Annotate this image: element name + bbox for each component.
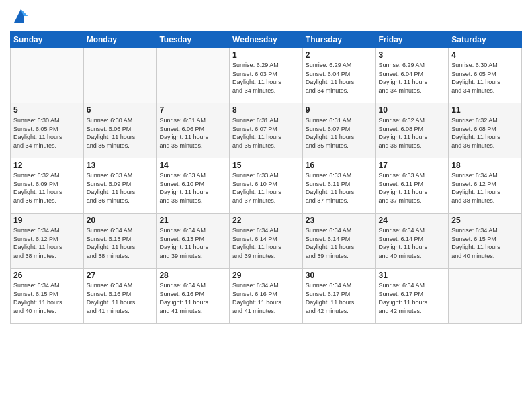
calendar-cell: 25Sunrise: 6:34 AM Sunset: 6:15 PM Dayli… <box>449 214 522 269</box>
calendar-cell: 4Sunrise: 6:30 AM Sunset: 6:05 PM Daylig… <box>449 48 522 103</box>
day-info: Sunrise: 6:33 AM Sunset: 6:11 PM Dayligh… <box>306 171 373 205</box>
calendar-cell: 18Sunrise: 6:34 AM Sunset: 6:12 PM Dayli… <box>449 158 522 214</box>
weekday-header-tuesday: Tuesday <box>157 32 230 48</box>
day-info: Sunrise: 6:30 AM Sunset: 6:05 PM Dayligh… <box>13 116 81 150</box>
calendar-table: SundayMondayTuesdayWednesdayThursdayFrid… <box>10 31 522 324</box>
day-info: Sunrise: 6:34 AM Sunset: 6:16 PM Dayligh… <box>159 281 226 315</box>
calendar-week-row: 19Sunrise: 6:34 AM Sunset: 6:12 PM Dayli… <box>11 214 522 269</box>
day-number: 18 <box>451 161 519 170</box>
calendar-cell: 15Sunrise: 6:33 AM Sunset: 6:10 PM Dayli… <box>230 158 303 214</box>
day-number: 26 <box>13 271 81 280</box>
calendar-week-row: 1Sunrise: 6:29 AM Sunset: 6:03 PM Daylig… <box>11 48 522 103</box>
calendar-cell: 22Sunrise: 6:34 AM Sunset: 6:14 PM Dayli… <box>230 214 303 269</box>
day-info: Sunrise: 6:32 AM Sunset: 6:08 PM Dayligh… <box>451 116 519 150</box>
day-number: 2 <box>306 50 373 60</box>
day-info: Sunrise: 6:33 AM Sunset: 6:11 PM Dayligh… <box>379 171 446 205</box>
day-number: 10 <box>379 105 446 115</box>
day-info: Sunrise: 6:34 AM Sunset: 6:15 PM Dayligh… <box>13 281 81 315</box>
logo-icon <box>11 7 30 26</box>
day-number: 11 <box>451 105 519 115</box>
day-info: Sunrise: 6:34 AM Sunset: 6:14 PM Dayligh… <box>232 226 300 260</box>
day-info: Sunrise: 6:29 AM Sunset: 6:04 PM Dayligh… <box>379 61 446 95</box>
day-number: 3 <box>379 50 446 60</box>
calendar-cell: 3Sunrise: 6:29 AM Sunset: 6:04 PM Daylig… <box>375 48 449 103</box>
day-number: 21 <box>159 216 226 225</box>
day-info: Sunrise: 6:33 AM Sunset: 6:10 PM Dayligh… <box>232 171 300 205</box>
calendar-cell: 17Sunrise: 6:33 AM Sunset: 6:11 PM Dayli… <box>375 158 449 214</box>
day-number: 30 <box>306 271 373 280</box>
day-info: Sunrise: 6:34 AM Sunset: 6:16 PM Dayligh… <box>232 281 300 315</box>
day-number: 1 <box>232 50 300 60</box>
day-number: 7 <box>159 105 226 115</box>
calendar-cell: 16Sunrise: 6:33 AM Sunset: 6:11 PM Dayli… <box>302 158 375 214</box>
day-number: 15 <box>232 161 300 170</box>
weekday-header-row: SundayMondayTuesdayWednesdayThursdayFrid… <box>11 32 522 48</box>
day-info: Sunrise: 6:29 AM Sunset: 6:03 PM Dayligh… <box>232 61 300 95</box>
day-info: Sunrise: 6:34 AM Sunset: 6:12 PM Dayligh… <box>451 171 519 205</box>
calendar-cell: 30Sunrise: 6:34 AM Sunset: 6:17 PM Dayli… <box>302 269 375 324</box>
calendar-cell: 10Sunrise: 6:32 AM Sunset: 6:08 PM Dayli… <box>375 103 449 158</box>
day-info: Sunrise: 6:34 AM Sunset: 6:15 PM Dayligh… <box>451 226 519 260</box>
day-number: 9 <box>306 105 373 115</box>
day-number: 27 <box>87 271 154 280</box>
day-info: Sunrise: 6:31 AM Sunset: 6:07 PM Dayligh… <box>232 116 300 150</box>
day-info: Sunrise: 6:32 AM Sunset: 6:08 PM Dayligh… <box>379 116 446 150</box>
day-info: Sunrise: 6:32 AM Sunset: 6:09 PM Dayligh… <box>13 171 81 205</box>
day-info: Sunrise: 6:30 AM Sunset: 6:05 PM Dayligh… <box>451 61 519 95</box>
calendar-cell <box>11 48 84 103</box>
calendar-cell: 23Sunrise: 6:34 AM Sunset: 6:14 PM Dayli… <box>302 214 375 269</box>
weekday-header-wednesday: Wednesday <box>230 32 303 48</box>
calendar-cell: 21Sunrise: 6:34 AM Sunset: 6:13 PM Dayli… <box>157 214 230 269</box>
day-info: Sunrise: 6:31 AM Sunset: 6:06 PM Dayligh… <box>159 116 226 150</box>
day-number: 31 <box>379 271 446 280</box>
day-number: 4 <box>451 50 519 60</box>
calendar-cell: 13Sunrise: 6:33 AM Sunset: 6:09 PM Dayli… <box>83 158 157 214</box>
day-number: 28 <box>159 271 226 280</box>
weekday-header-sunday: Sunday <box>11 32 84 48</box>
calendar-cell: 8Sunrise: 6:31 AM Sunset: 6:07 PM Daylig… <box>230 103 303 158</box>
day-info: Sunrise: 6:34 AM Sunset: 6:16 PM Dayligh… <box>87 281 154 315</box>
calendar-cell <box>83 48 157 103</box>
logo <box>10 7 30 26</box>
calendar-cell: 1Sunrise: 6:29 AM Sunset: 6:03 PM Daylig… <box>230 48 303 103</box>
day-number: 12 <box>13 161 81 170</box>
calendar-week-row: 26Sunrise: 6:34 AM Sunset: 6:15 PM Dayli… <box>11 269 522 324</box>
weekday-header-saturday: Saturday <box>449 32 522 48</box>
day-info: Sunrise: 6:29 AM Sunset: 6:04 PM Dayligh… <box>306 61 373 95</box>
calendar-cell: 20Sunrise: 6:34 AM Sunset: 6:13 PM Dayli… <box>83 214 157 269</box>
calendar-cell: 14Sunrise: 6:33 AM Sunset: 6:10 PM Dayli… <box>157 158 230 214</box>
day-info: Sunrise: 6:34 AM Sunset: 6:14 PM Dayligh… <box>379 226 446 260</box>
day-number: 29 <box>232 271 300 280</box>
calendar-cell: 12Sunrise: 6:32 AM Sunset: 6:09 PM Dayli… <box>11 158 84 214</box>
day-number: 19 <box>13 216 81 225</box>
day-number: 23 <box>306 216 373 225</box>
day-info: Sunrise: 6:33 AM Sunset: 6:09 PM Dayligh… <box>87 171 154 205</box>
day-number: 5 <box>13 105 81 115</box>
calendar-cell: 28Sunrise: 6:34 AM Sunset: 6:16 PM Dayli… <box>157 269 230 324</box>
calendar-week-row: 12Sunrise: 6:32 AM Sunset: 6:09 PM Dayli… <box>11 158 522 214</box>
day-info: Sunrise: 6:33 AM Sunset: 6:10 PM Dayligh… <box>159 171 226 205</box>
day-info: Sunrise: 6:31 AM Sunset: 6:07 PM Dayligh… <box>306 116 373 150</box>
calendar-cell: 26Sunrise: 6:34 AM Sunset: 6:15 PM Dayli… <box>11 269 84 324</box>
day-info: Sunrise: 6:34 AM Sunset: 6:13 PM Dayligh… <box>87 226 154 260</box>
day-info: Sunrise: 6:34 AM Sunset: 6:12 PM Dayligh… <box>13 226 81 260</box>
day-number: 13 <box>87 161 154 170</box>
day-info: Sunrise: 6:34 AM Sunset: 6:17 PM Dayligh… <box>379 281 446 315</box>
day-info: Sunrise: 6:34 AM Sunset: 6:14 PM Dayligh… <box>306 226 373 260</box>
calendar-cell: 11Sunrise: 6:32 AM Sunset: 6:08 PM Dayli… <box>449 103 522 158</box>
day-info: Sunrise: 6:34 AM Sunset: 6:17 PM Dayligh… <box>306 281 373 315</box>
weekday-header-friday: Friday <box>375 32 449 48</box>
calendar-cell: 9Sunrise: 6:31 AM Sunset: 6:07 PM Daylig… <box>302 103 375 158</box>
day-number: 8 <box>232 105 300 115</box>
calendar-cell: 6Sunrise: 6:30 AM Sunset: 6:06 PM Daylig… <box>83 103 157 158</box>
day-info: Sunrise: 6:34 AM Sunset: 6:13 PM Dayligh… <box>159 226 226 260</box>
calendar-cell: 24Sunrise: 6:34 AM Sunset: 6:14 PM Dayli… <box>375 214 449 269</box>
day-number: 6 <box>87 105 154 115</box>
day-number: 25 <box>451 216 519 225</box>
calendar-cell: 31Sunrise: 6:34 AM Sunset: 6:17 PM Dayli… <box>375 269 449 324</box>
calendar-cell: 27Sunrise: 6:34 AM Sunset: 6:16 PM Dayli… <box>83 269 157 324</box>
calendar-cell: 29Sunrise: 6:34 AM Sunset: 6:16 PM Dayli… <box>230 269 303 324</box>
day-number: 24 <box>379 216 446 225</box>
calendar-cell: 5Sunrise: 6:30 AM Sunset: 6:05 PM Daylig… <box>11 103 84 158</box>
weekday-header-thursday: Thursday <box>302 32 375 48</box>
